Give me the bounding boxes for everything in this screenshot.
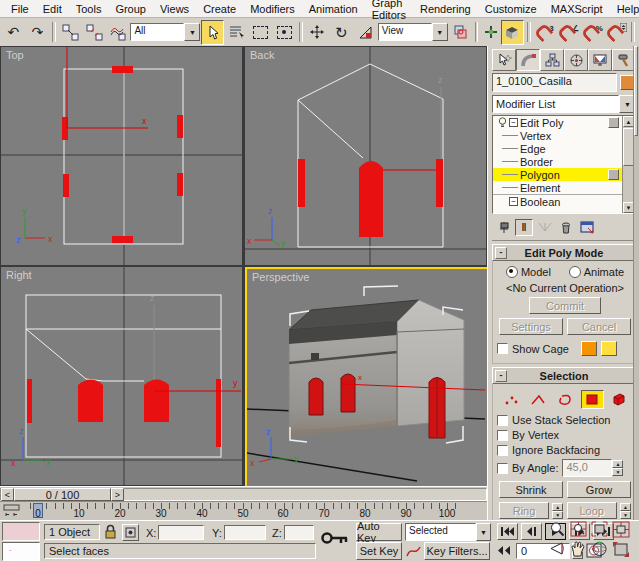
menu-views[interactable]: Views <box>153 2 196 16</box>
menu-maxscript[interactable]: MAXScript <box>544 2 610 16</box>
show-end-result-icon[interactable]: ‖ <box>515 219 533 236</box>
open-mini-curve-editor-icon[interactable] <box>3 504 20 518</box>
shrink-button[interactable]: Shrink <box>499 481 563 498</box>
select-by-name-icon[interactable] <box>225 20 248 45</box>
menu-animation[interactable]: Animation <box>302 2 365 16</box>
maxscript-mini-listener[interactable]: · <box>2 542 40 561</box>
grow-button[interactable]: Grow <box>567 481 631 498</box>
arc-rotate-icon[interactable] <box>591 541 608 559</box>
spinner-snap-toggle-icon[interactable] <box>605 20 628 45</box>
use-pivot-center-icon[interactable] <box>449 20 472 45</box>
zoom-icon[interactable] <box>549 521 565 539</box>
modifier-list-dropdown[interactable]: Modifier List ▼ <box>492 95 636 113</box>
select-and-move-icon[interactable] <box>306 20 329 45</box>
show-cage-checkbox[interactable] <box>497 343 508 354</box>
y-coordinate-field[interactable] <box>224 525 266 540</box>
redo-icon[interactable]: ↷ <box>26 20 49 45</box>
transform-gizmo[interactable]: x <box>67 47 148 128</box>
go-to-start-button[interactable] <box>497 523 518 540</box>
selection-filter-dropdown[interactable]: All ▼ <box>130 23 200 41</box>
edge-subobject-icon[interactable] <box>527 390 550 409</box>
window-crossing-icon[interactable] <box>273 20 296 45</box>
cancel-button[interactable]: Cancel <box>567 318 631 335</box>
ring-button[interactable]: Ring <box>499 502 549 519</box>
pin-stack-icon[interactable] <box>494 219 512 236</box>
border-subobject-icon[interactable] <box>554 390 577 409</box>
key-filters-button[interactable]: Key Filters... <box>424 542 490 560</box>
menu-rendering[interactable]: Rendering <box>413 2 478 16</box>
menu-file[interactable]: File <box>4 2 36 16</box>
field-of-view-icon[interactable] <box>549 541 565 558</box>
auto-key-button[interactable]: Auto Key <box>356 523 402 541</box>
selection-header[interactable]: - Selection <box>492 367 636 384</box>
time-slider-handle[interactable]: 0 / 100 <box>14 488 111 501</box>
menu-create[interactable]: Create <box>196 2 243 16</box>
tab-modify[interactable] <box>516 49 540 71</box>
menu-graph-editors[interactable]: Graph Editors <box>365 0 413 22</box>
use-stack-selection-checkbox[interactable] <box>497 415 508 426</box>
default-tangents-icon[interactable] <box>406 544 421 560</box>
by-vertex-checkbox[interactable] <box>497 430 508 441</box>
unlink-selection-icon[interactable] <box>83 20 106 45</box>
menu-edit[interactable]: Edit <box>36 2 69 16</box>
stack-row-edge[interactable]: Edge <box>493 142 635 155</box>
menu-customize[interactable]: Customize <box>478 2 544 16</box>
menu-help[interactable]: Help <box>610 2 639 16</box>
collapse-box-icon[interactable]: − <box>509 118 518 127</box>
polygon-subobject-icon[interactable] <box>581 390 604 409</box>
absolute-offset-mode-icon[interactable] <box>122 524 139 541</box>
by-angle-field[interactable]: 45,0 <box>562 459 612 477</box>
zoom-extents-icon[interactable] <box>591 521 608 539</box>
settings-button[interactable]: Settings <box>499 318 563 335</box>
stack-row-vertex[interactable]: Vertex <box>493 129 635 142</box>
tab-hierarchy[interactable] <box>540 49 564 71</box>
zoom-all-icon[interactable] <box>570 521 587 539</box>
bind-to-space-warp-icon[interactable] <box>107 20 130 45</box>
pan-hand-icon[interactable] <box>570 541 585 559</box>
viewport-perspective[interactable]: Perspective <box>245 267 490 489</box>
time-slider-next-button[interactable]: > <box>111 488 124 501</box>
viewport-back-label[interactable]: Back <box>250 49 274 61</box>
viewport-back[interactable]: Back z <box>245 47 486 265</box>
viewport-right[interactable]: Right z <box>1 267 242 485</box>
select-object-icon[interactable] <box>201 20 224 45</box>
stack-row-boolean[interactable]: − Boolean <box>493 194 635 208</box>
configure-modifier-sets-icon[interactable] <box>578 219 596 236</box>
selection-lock-icon[interactable] <box>104 524 117 541</box>
vertex-subobject-icon[interactable] <box>500 390 523 409</box>
viewport-top-label[interactable]: Top <box>6 49 24 61</box>
collapse-rollout-icon[interactable]: - <box>495 370 507 382</box>
modifier-square-button[interactable] <box>608 117 619 128</box>
element-subobject-icon[interactable] <box>608 390 631 409</box>
collapse-rollout-icon[interactable]: - <box>495 247 507 259</box>
angle-snap-toggle-icon[interactable]: ∠ <box>557 20 580 45</box>
cage-selected-color-swatch[interactable] <box>601 341 617 356</box>
stack-row-edit-poly[interactable]: − Edit Poly <box>493 116 635 129</box>
animate-radio[interactable]: Animate <box>569 266 624 278</box>
select-and-link-icon[interactable] <box>59 20 82 45</box>
lightbulb-icon[interactable] <box>496 117 509 128</box>
snaps-toggle-3d-icon[interactable]: 3 <box>534 20 557 45</box>
command-panel-scrollbar[interactable] <box>633 46 639 520</box>
menu-group[interactable]: Group <box>108 2 153 16</box>
by-angle-spinner[interactable]: ▲▼ <box>612 460 623 476</box>
tab-create[interactable] <box>492 49 516 71</box>
select-and-scale-icon[interactable] <box>354 20 377 45</box>
object-name-field[interactable]: 1_0100_Casilla <box>492 73 617 92</box>
z-coordinate-field[interactable] <box>284 525 314 540</box>
select-and-rotate-icon[interactable]: ↻ <box>330 20 353 45</box>
cage-color-swatch[interactable] <box>581 341 597 356</box>
maxscript-macro-recorder[interactable] <box>2 522 40 541</box>
loop-button[interactable]: Loop <box>567 502 617 519</box>
make-unique-icon[interactable] <box>536 219 554 236</box>
modifier-square-button[interactable] <box>608 169 619 180</box>
select-and-manipulate-icon[interactable] <box>481 20 499 45</box>
zoom-extents-all-icon[interactable] <box>612 521 630 540</box>
x-coordinate-field[interactable] <box>158 525 204 540</box>
percent-snap-toggle-icon[interactable]: % <box>581 20 604 45</box>
track-bar[interactable]: 0 10 20 30 40 50 60 70 80 90 100 <box>0 501 487 521</box>
loop-spinner[interactable]: ▲▼ <box>620 503 631 519</box>
reference-coordinate-dropdown[interactable]: View ▼ <box>378 23 448 41</box>
maximize-viewport-toggle-icon[interactable] <box>612 541 630 560</box>
set-key-button[interactable]: Set Key <box>356 542 402 560</box>
